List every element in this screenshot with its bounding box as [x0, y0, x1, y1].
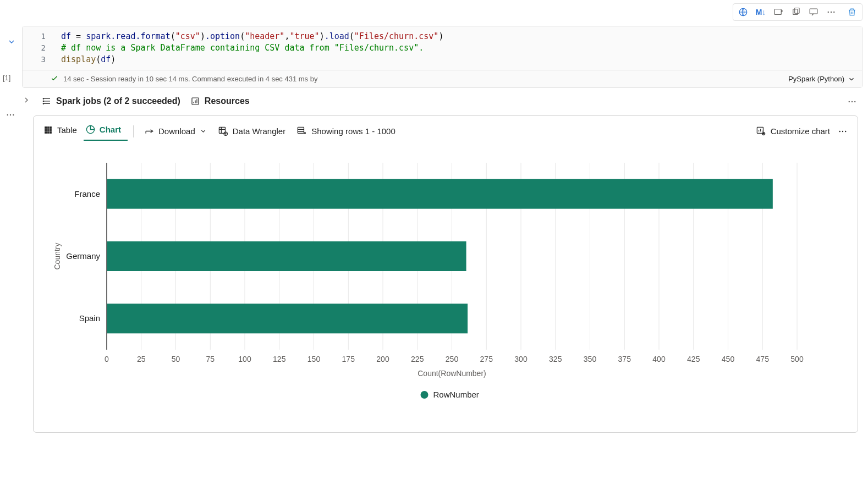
- svg-rect-82: [107, 304, 468, 333]
- add-comment-icon[interactable]: [806, 5, 821, 19]
- code-editor[interactable]: 123 df = spark.read.format("csv").option…: [23, 26, 862, 70]
- svg-rect-24: [45, 131, 47, 134]
- svg-rect-30: [757, 127, 763, 133]
- svg-text:150: 150: [307, 355, 321, 363]
- svg-point-9: [43, 101, 44, 102]
- svg-rect-26: [50, 131, 52, 134]
- cell-action-bar: M↓: [733, 3, 862, 21]
- output-more-icon[interactable]: [836, 123, 850, 140]
- output-metadata-row: Spark jobs (2 of 2 succeeded) Resources: [22, 96, 857, 107]
- resources-button[interactable]: Resources: [190, 96, 250, 106]
- svg-point-10: [43, 103, 44, 104]
- output-toolbar: Table Chart Download Data Wrangler Showi…: [34, 116, 858, 141]
- chart-icon: [86, 125, 95, 134]
- clear-output-icon[interactable]: [771, 5, 786, 19]
- svg-text:325: 325: [549, 355, 562, 363]
- svg-text:Count(RowNumber): Count(RowNumber): [417, 369, 486, 378]
- svg-point-32: [839, 130, 840, 131]
- cell-more-icon[interactable]: [823, 5, 839, 19]
- cell-exec-number: [1]: [3, 74, 10, 82]
- chart-area: 0255075100125150175200225250275300325350…: [49, 157, 842, 410]
- svg-text:Spain: Spain: [79, 313, 100, 323]
- svg-text:225: 225: [411, 355, 424, 363]
- svg-text:300: 300: [514, 355, 528, 363]
- customize-chart-button[interactable]: Customize chart: [750, 123, 836, 140]
- data-wrangler-label: Data Wrangler: [233, 126, 285, 136]
- svg-text:375: 375: [618, 355, 631, 363]
- status-text: 14 sec - Session ready in 10 sec 14 ms. …: [63, 75, 317, 83]
- svg-rect-23: [50, 129, 52, 131]
- tab-chart[interactable]: Chart: [84, 122, 128, 141]
- svg-rect-20: [50, 126, 52, 129]
- cell-status-bar: [1] 14 sec - Session ready in 10 sec 14 …: [23, 70, 862, 87]
- svg-point-7: [833, 12, 834, 13]
- svg-point-5: [828, 12, 829, 13]
- svg-rect-21: [45, 129, 47, 131]
- svg-text:Country: Country: [53, 242, 62, 269]
- table-icon: [43, 125, 53, 135]
- expand-jobs-chevron[interactable]: [22, 96, 32, 107]
- svg-point-15: [7, 114, 8, 115]
- collapse-cell-chevron[interactable]: [7, 37, 16, 48]
- notebook-left-more-icon[interactable]: [6, 110, 15, 123]
- svg-rect-29: [298, 127, 304, 133]
- output-row-more-icon[interactable]: [847, 97, 857, 109]
- svg-rect-2: [793, 9, 798, 15]
- svg-text:RowNumber: RowNumber: [433, 390, 479, 399]
- svg-text:175: 175: [342, 355, 355, 363]
- delete-cell-button[interactable]: [844, 5, 860, 19]
- spark-jobs-label: Spark jobs (2 of 2 succeeded): [56, 96, 180, 106]
- svg-text:125: 125: [273, 355, 286, 363]
- svg-text:25: 25: [137, 355, 146, 363]
- svg-rect-4: [810, 9, 817, 14]
- svg-rect-78: [107, 179, 773, 209]
- svg-rect-1: [774, 9, 781, 15]
- tab-chart-label: Chart: [100, 125, 121, 134]
- customize-chart-label: Customize chart: [771, 126, 830, 136]
- svg-text:Germany: Germany: [66, 251, 100, 261]
- bar-chart-svg: 0255075100125150175200225250275300325350…: [49, 157, 808, 410]
- svg-point-16: [10, 114, 11, 115]
- tab-table[interactable]: Table: [41, 122, 84, 140]
- svg-rect-80: [107, 241, 466, 271]
- svg-text:275: 275: [480, 355, 493, 363]
- resources-label: Resources: [205, 96, 250, 106]
- svg-text:200: 200: [376, 355, 389, 363]
- spark-jobs-icon: [42, 96, 52, 106]
- chevron-down-icon: [200, 128, 207, 135]
- download-label: Download: [158, 126, 195, 136]
- svg-rect-25: [47, 131, 49, 134]
- svg-point-8: [43, 98, 44, 100]
- svg-text:475: 475: [756, 355, 770, 363]
- copy-cell-icon[interactable]: [788, 5, 804, 19]
- data-wrangler-button[interactable]: Data Wrangler: [212, 123, 291, 140]
- svg-text:0: 0: [105, 355, 109, 363]
- spark-jobs-button[interactable]: Spark jobs (2 of 2 succeeded): [42, 96, 180, 106]
- svg-text:100: 100: [238, 355, 251, 363]
- svg-text:250: 250: [446, 355, 459, 363]
- svg-point-12: [849, 101, 850, 102]
- svg-text:350: 350: [584, 355, 597, 363]
- download-button[interactable]: Download: [139, 123, 212, 139]
- svg-text:400: 400: [652, 355, 666, 363]
- svg-text:France: France: [74, 189, 100, 198]
- tab-table-label: Table: [57, 125, 77, 135]
- ai-assist-icon[interactable]: [735, 5, 751, 19]
- svg-text:500: 500: [790, 355, 804, 363]
- markdown-toggle-button[interactable]: M↓: [753, 5, 768, 19]
- line-number-gutter: 123: [23, 31, 56, 65]
- svg-rect-18: [45, 126, 47, 129]
- showing-rows-label: Showing rows 1 - 1000: [311, 126, 395, 136]
- showing-rows-indicator[interactable]: Showing rows 1 - 1000: [291, 123, 401, 140]
- svg-point-86: [421, 391, 428, 399]
- data-wrangler-icon: [218, 126, 228, 136]
- svg-point-14: [854, 101, 855, 102]
- rows-icon: [296, 126, 307, 136]
- svg-text:50: 50: [172, 355, 180, 363]
- success-check-icon: [50, 74, 59, 84]
- svg-text:75: 75: [206, 355, 215, 363]
- language-picker[interactable]: PySpark (Python): [788, 75, 855, 83]
- svg-text:425: 425: [687, 355, 700, 363]
- svg-rect-22: [47, 129, 49, 131]
- customize-icon: [756, 126, 766, 136]
